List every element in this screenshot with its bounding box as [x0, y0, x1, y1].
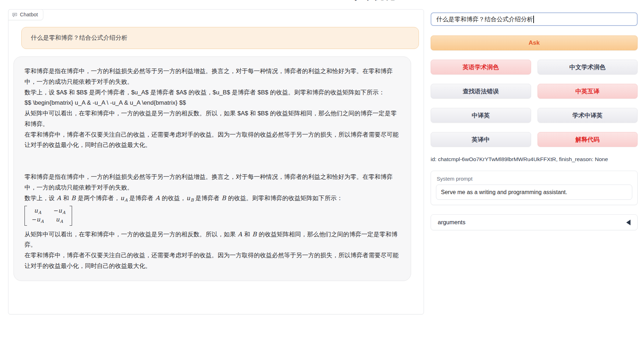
control-column: 什么是零和博弈？结合公式介绍分析 Ask 英语学术润色 中文学术润色 查找语法错… [431, 0, 638, 230]
section-gap [24, 150, 400, 172]
chatbot-label: Chatbot [8, 9, 43, 20]
text-cursor [533, 16, 534, 23]
function-button-grid: 英语学术润色 中文学术润色 查找语法错误 中英互译 中译英 学术中译英 英译中 … [431, 60, 638, 147]
matrix-cell-r1c2: −uA [53, 207, 65, 215]
bot-raw-p1: 零和博弈是指在博弈中，一方的利益损失必然等于另一方的利益增益。换言之，对于每一种… [24, 66, 400, 87]
user-message: 什么是零和博弈？结合公式介绍分析 [21, 27, 419, 49]
chat-bubble-icon [12, 12, 17, 17]
arguments-accordion-label: arguments [438, 219, 465, 226]
btn-academic-zh-to-en[interactable]: 学术中译英 [537, 108, 638, 123]
btn-english-academic-polish[interactable]: 英语学术润色 [431, 60, 531, 75]
btn-en-to-zh[interactable]: 英译中 [431, 132, 531, 147]
btn-zh-en-mutual-translate[interactable]: 中英互译 [537, 84, 638, 99]
matrix-cell-r2c2: uA [55, 216, 63, 224]
chatbot-panel: Chatbot 什么是零和博弈？结合公式介绍分析 零和博弈是指在博弈中，一方的利… [8, 9, 424, 314]
arguments-accordion[interactable]: arguments [431, 214, 638, 230]
bot-raw-p4: 从矩阵中可以看出，在零和博弈中，一方的收益是另一方的相反数。所以，如果 $A$ … [24, 108, 400, 130]
bot-rendered-p1: 零和博弈是指在博弈中，一方的利益损失必然等于另一方的利益增益。换言之，对于每一种… [24, 172, 400, 193]
accordion-collapsed-arrow-icon [626, 220, 631, 225]
matrix-cell-r2c1: −uA [31, 216, 44, 224]
page-title: ChatGPT 学术优化 [295, 0, 401, 3]
bot-rendered-p4: 从矩阵中可以看出，在零和博弈中，一方的收益是另一方的相反数。所以，如果 A 和 … [24, 229, 400, 251]
btn-zh-to-en[interactable]: 中译英 [431, 108, 531, 123]
btn-find-grammar-errors[interactable]: 查找语法错误 [431, 84, 531, 99]
system-prompt-input[interactable] [436, 185, 632, 200]
matrix-right-bracket [70, 206, 72, 226]
response-status: id: chatcmpl-6wOo7KrYTwMl89lbrMWRu4UkFFX… [431, 156, 638, 163]
ask-button[interactable]: Ask [431, 35, 638, 50]
message-list: 什么是零和博弈？结合公式介绍分析 零和博弈是指在博弈中，一方的利益损失必然等于另… [9, 10, 424, 314]
bot-raw-p5: 在零和博弈中，博弈者不仅要关注自己的收益，还需要考虑对手的收益。因为一方取得的收… [24, 130, 400, 151]
page-title-cutoff: ChatGPT 学术优化 [295, 0, 401, 3]
bot-raw-p2: 数学上，设 $A$ 和 $B$ 是两个博弈者，$u_A$ 是博弈者 $A$ 的收… [24, 87, 400, 98]
matrix-cell-r1c1: uA [34, 207, 41, 215]
bot-rendered-p5: 在零和博弈中，博弈者不仅要关注自己的收益，还需要考虑对手的收益。因为一方取得的收… [24, 250, 400, 271]
bot-message: 零和博弈是指在博弈中，一方的利益损失必然等于另一方的利益增益。换言之，对于每一种… [13, 56, 411, 281]
payoff-matrix: uA −uA −uA uA [24, 206, 72, 226]
bot-rendered-p2: 数学上，设 A 和 B 是两个博弈者，uA 是博弈者 A 的收益，uB 是博弈者… [24, 193, 400, 204]
matrix-left-bracket [24, 206, 27, 226]
chatbot-label-text: Chatbot [20, 12, 38, 17]
system-prompt-group: System prompt [431, 171, 638, 205]
question-input[interactable]: 什么是零和博弈？结合公式介绍分析 [431, 12, 638, 26]
btn-chinese-academic-polish[interactable]: 中文学术润色 [537, 60, 638, 75]
bot-raw-latex: $$ \begin{bmatrix} u_A & -u_A \ -u_A & u… [24, 98, 400, 108]
system-prompt-label: System prompt [431, 171, 637, 185]
btn-explain-code[interactable]: 解释代码 [537, 132, 638, 147]
